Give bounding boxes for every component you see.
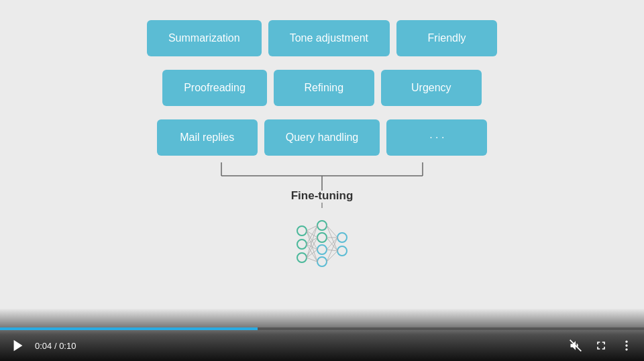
refining-button[interactable]: Refining xyxy=(274,70,374,106)
svg-marker-33 xyxy=(14,340,23,352)
more-options-icon xyxy=(620,339,633,352)
query-handling-button[interactable]: Query handling xyxy=(264,119,380,156)
fine-tuning-section: Fine-tuning xyxy=(215,162,429,272)
svg-line-24 xyxy=(307,258,317,262)
svg-point-7 xyxy=(317,221,327,230)
video-controls: 0:04 / 0:10 xyxy=(0,309,644,361)
svg-point-35 xyxy=(625,341,627,343)
button-row-1: Summarization Tone adjustment Friendly xyxy=(147,20,497,56)
fine-tuning-label: Fine-tuning xyxy=(291,189,354,203)
svg-point-6 xyxy=(297,253,307,262)
fullscreen-button[interactable] xyxy=(593,338,609,354)
svg-point-12 xyxy=(337,246,347,256)
button-row-2: Proofreading Refining Urgency xyxy=(162,70,482,106)
controls-right xyxy=(568,338,635,354)
tone-adjustment-button[interactable]: Tone adjustment xyxy=(268,20,390,56)
button-row-3: Mail replies Query handling · · · xyxy=(157,119,488,156)
svg-point-9 xyxy=(317,245,327,254)
progress-fill xyxy=(0,327,258,330)
mute-button[interactable] xyxy=(568,338,584,354)
svg-point-4 xyxy=(297,226,307,236)
controls-row: 0:04 / 0:10 xyxy=(0,330,644,361)
mail-replies-button[interactable]: Mail replies xyxy=(157,119,258,156)
play-icon xyxy=(11,338,25,353)
progress-bar[interactable] xyxy=(0,327,644,330)
time-display: 0:04 / 0:10 xyxy=(35,341,76,351)
controls-left: 0:04 / 0:10 xyxy=(9,337,76,354)
svg-line-32 xyxy=(327,251,337,262)
buttons-grid: Summarization Tone adjustment Friendly P… xyxy=(147,20,497,156)
svg-line-25 xyxy=(327,225,337,238)
summarization-button[interactable]: Summarization xyxy=(147,20,262,56)
svg-point-8 xyxy=(317,233,327,242)
svg-point-10 xyxy=(317,257,327,266)
neural-network-diagram xyxy=(292,219,352,272)
svg-line-26 xyxy=(327,225,337,251)
svg-point-11 xyxy=(337,233,347,242)
play-button[interactable] xyxy=(9,337,27,354)
bracket-diagram xyxy=(215,162,429,189)
more-button[interactable]: · · · xyxy=(386,119,487,156)
video-container: Summarization Tone adjustment Friendly P… xyxy=(0,0,644,361)
mute-icon xyxy=(569,339,582,352)
more-options-button[interactable] xyxy=(619,338,635,354)
svg-point-36 xyxy=(625,344,627,346)
friendly-button[interactable]: Friendly xyxy=(396,20,497,56)
svg-point-37 xyxy=(625,348,627,350)
fullscreen-icon xyxy=(594,339,608,352)
video-content: Summarization Tone adjustment Friendly P… xyxy=(0,0,644,309)
svg-point-5 xyxy=(297,240,307,249)
proofreading-button[interactable]: Proofreading xyxy=(162,70,267,106)
urgency-button[interactable]: Urgency xyxy=(381,70,482,106)
